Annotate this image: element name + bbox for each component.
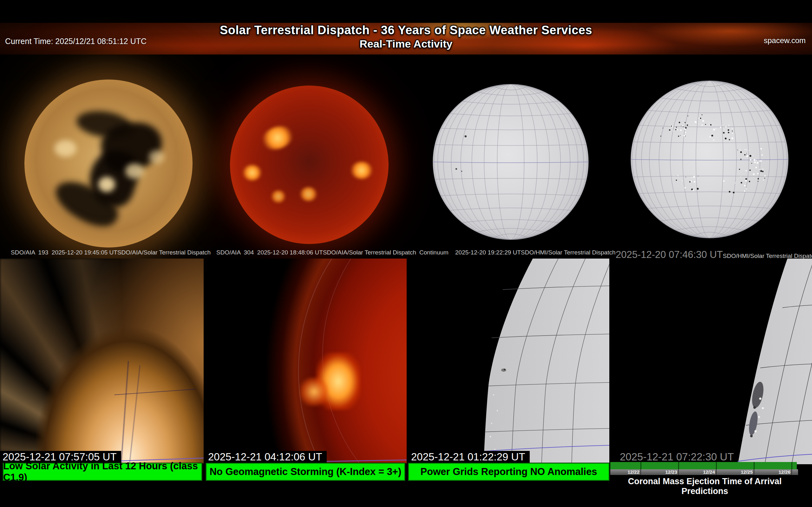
axis-date-label: 12/23 — [659, 469, 677, 475]
caption-aia193: SDO/AIA 193 2025-12-20 19:45:05 UT SDO/A… — [0, 249, 204, 259]
caption-credit: SDO/AIA/Solar Terrestrial Dispatch — [323, 249, 416, 256]
bright-region — [98, 177, 115, 192]
timeline-day-separator — [716, 462, 717, 469]
axis-tick — [641, 469, 641, 475]
timeline-day-separator — [641, 462, 641, 469]
caption-instrument-time: SDO/AIA 304 2025-12-20 18:48:06 UT — [216, 249, 323, 256]
sun-aia193-image — [24, 79, 193, 247]
timestamp-magnetogram: 2025-12-21 07:22:30 UT — [615, 451, 739, 463]
bright-region — [149, 150, 164, 164]
status-solar-activity: Low Solar Activity in Last 12 Hours (cla… — [3, 463, 202, 481]
timeline-bar — [610, 462, 797, 469]
page-title: Solar Terrestrial Dispatch - 36 Years of… — [0, 23, 812, 37]
continuum-limb-graphic — [409, 259, 609, 463]
caption-credit: SDO/HMI/Solar Terrestrial Dispatch — [521, 249, 615, 256]
zoom-aia304-panel — [206, 259, 407, 463]
status-geomagnetic-label: No Geomagnetic Storming (K-Index = 3+) — [210, 466, 402, 477]
active-region — [351, 162, 373, 179]
active-region — [243, 165, 262, 181]
caption-instrument-time: SDO/AIA 193 2025-12-20 19:45:05 UT — [11, 249, 117, 256]
status-solar-activity-label: Low Solar Activity in Last 12 Hours (cla… — [3, 460, 202, 483]
prominence — [300, 377, 328, 406]
status-geomagnetic: No Geomagnetic Storming (K-Index = 3+) — [206, 463, 405, 481]
sun-continuum-image — [430, 82, 591, 243]
caption-credit: SDO/AIA/Solar Terrestrial Dispatch — [117, 249, 211, 256]
axis-date-label: 12/26 — [772, 469, 791, 475]
zoom-aia193-panel — [0, 259, 204, 463]
timestamp-continuum: 2025-12-21 01:22:29 UT — [409, 451, 530, 463]
timeline-day-separator — [754, 462, 755, 469]
zoom-continuum-panel — [409, 259, 609, 463]
bright-region — [125, 164, 144, 179]
timeline-day-separator — [678, 462, 679, 469]
axis-date-label: 12/25 — [734, 469, 753, 475]
axis-date-label: 12/24 — [697, 469, 715, 475]
timeline-axis: 12/22 12/23 12/24 12/25 12/26 — [610, 469, 798, 475]
active-region — [259, 122, 296, 154]
axis-tick — [716, 469, 716, 475]
active-region — [300, 187, 317, 201]
caption-continuum: Continuum 2025-12-20 19:22:29 UT SDO/HMI… — [409, 249, 609, 259]
zoom-magnetogram-panel — [611, 259, 812, 464]
website-label: spacew.com — [764, 36, 806, 45]
bright-region — [55, 140, 77, 157]
status-power-grids: Power Grids Reporting NO Anomalies — [408, 463, 610, 481]
axis-tick — [678, 469, 679, 475]
eruption-core — [0, 259, 204, 463]
cme-timeline-title: Coronal Mass Ejection Time of Arrival Pr… — [610, 476, 799, 496]
status-power-grids-label: Power Grids Reporting NO Anomalies — [420, 466, 597, 477]
caption-aia304: SDO/AIA 304 2025-12-20 18:48:06 UT SDO/A… — [206, 249, 407, 259]
sun-aia304-image — [230, 86, 389, 244]
cme-arrival-timeline: 12/22 12/23 12/24 12/25 12/26 Coronal Ma… — [610, 462, 799, 500]
active-region — [271, 190, 286, 203]
sun-magnetogram-image — [628, 78, 791, 242]
axis-date-label: 12/22 — [621, 469, 640, 475]
header-titles: Solar Terrestrial Dispatch - 36 Years of… — [0, 23, 812, 50]
timestamp-aia304: 2025-12-21 04:12:06 UT — [206, 451, 327, 463]
caption-instrument-time: Continuum 2025-12-20 19:22:29 UT — [419, 249, 521, 256]
caption-magnetogram: 2025-12-20 07:46:30 UT SDO/HMI/Solar Ter… — [611, 249, 812, 259]
space-weather-dashboard: Current Time: 2025/12/21 08:51:12 UTC So… — [0, 0, 812, 507]
axis-tick — [754, 469, 754, 475]
page-subtitle: Real-Time Activity — [0, 38, 812, 50]
timeline-day-separator — [792, 462, 792, 469]
axis-tick — [792, 469, 792, 475]
magnetogram-limb-graphic — [611, 259, 812, 464]
